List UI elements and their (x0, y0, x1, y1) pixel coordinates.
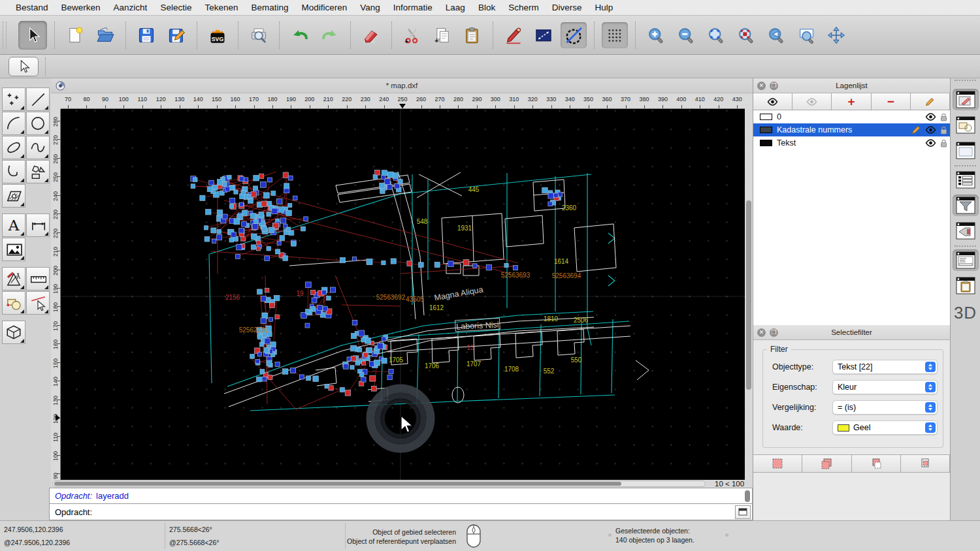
draft-tools-button[interactable] (2, 267, 25, 291)
list-panel-toggle-button[interactable] (953, 169, 979, 191)
filter-field-select-3[interactable]: Geel (832, 420, 938, 435)
horizontal-scrollbar[interactable] (52, 480, 706, 487)
command-history-scrollbar[interactable] (745, 490, 750, 502)
zoom-auto-button[interactable] (703, 22, 729, 48)
zoom-out-button[interactable] (673, 22, 699, 48)
menu-vang[interactable]: Vang (353, 3, 387, 12)
edit-pencil-icon[interactable] (911, 125, 921, 134)
widget-panel-toggle-button[interactable] (953, 220, 979, 242)
menu-tekenen[interactable]: Tekenen (198, 3, 244, 12)
layer-visible-icon[interactable] (925, 113, 936, 121)
measure-tools-button[interactable] (26, 267, 50, 291)
paste-button[interactable] (459, 22, 485, 48)
menu-modificeren[interactable]: Modificeren (295, 3, 354, 12)
polyline-tools-button[interactable] (2, 160, 25, 183)
circle-tools-button[interactable] (26, 112, 50, 135)
menu-diverse[interactable]: Diverse (546, 3, 589, 12)
modify-tools-button[interactable] (2, 291, 25, 315)
grid-toggle-button[interactable] (602, 22, 628, 48)
menu-blok[interactable]: Blok (472, 3, 502, 12)
dimension-settings-button[interactable] (531, 22, 557, 48)
shapes-panel-toggle-button[interactable] (953, 114, 979, 136)
vertical-scrollbar-thumb[interactable] (746, 200, 751, 390)
vertical-scrollbar[interactable] (745, 109, 753, 480)
layer-visible-icon[interactable] (925, 126, 936, 134)
add-layer-button[interactable]: + (832, 93, 871, 110)
undo-button[interactable] (287, 22, 313, 48)
layer-visible-icon[interactable] (925, 139, 936, 147)
save-file-as-button[interactable] (163, 22, 189, 48)
pen-panel-toggle-button[interactable] (953, 89, 979, 110)
menu-bewerken[interactable]: Bewerken (55, 3, 107, 12)
solid-3d-tools-button[interactable] (2, 321, 25, 344)
dimension-tools-button[interactable] (26, 213, 50, 237)
zoom-window-button[interactable] (793, 22, 819, 48)
pointer-tool-alt-button[interactable] (8, 57, 39, 76)
eraser-button[interactable] (358, 22, 384, 48)
print-preview-button[interactable] (246, 22, 272, 48)
menu-bestand[interactable]: Bestand (9, 3, 55, 12)
add-to-selection-button[interactable] (802, 455, 851, 472)
filter-field-select-2[interactable]: = (is) (832, 400, 938, 415)
spline-tools-button[interactable] (26, 136, 50, 159)
show-all-layers-button[interactable] (753, 93, 792, 110)
trim-tools-button[interactable] (26, 291, 50, 315)
replace-selection-button[interactable] (753, 455, 802, 472)
new-file-button[interactable] (62, 22, 88, 48)
clipboard-panel-toggle-button[interactable] (953, 275, 979, 296)
zoom-previous-button[interactable] (763, 22, 789, 48)
menu-laag[interactable]: Laag (439, 3, 472, 12)
zoom-in-button[interactable] (643, 22, 669, 48)
draw-red-pencil-button[interactable] (500, 22, 527, 48)
layer-row-tekst[interactable]: Tekst (753, 136, 950, 150)
line-tools-button[interactable] (26, 87, 50, 111)
layer-row-kadastrale-nummers[interactable]: Kadastrale nummers (753, 123, 950, 136)
menu-hulp[interactable]: Hulp (588, 3, 619, 12)
close-icon[interactable]: ✕ (757, 328, 766, 337)
detach-panel-icon[interactable]: ❐ (770, 82, 778, 90)
3d-workspace-button[interactable]: 3D (951, 303, 980, 323)
close-icon[interactable]: ✕ (757, 82, 766, 90)
dock-drag-handle[interactable] (955, 80, 976, 86)
menu-scherm[interactable]: Scherm (502, 3, 546, 12)
hide-all-layers-button[interactable] (792, 93, 832, 110)
text-tool-button[interactable]: A (2, 213, 25, 237)
subtract-from-selection-button[interactable] (852, 455, 901, 472)
layer-lock-icon[interactable] (940, 139, 947, 148)
point-tools-button[interactable] (2, 87, 25, 111)
image-tool-button[interactable] (2, 238, 25, 261)
zoom-selection-button[interactable] (733, 22, 759, 48)
arc-tools-button[interactable] (2, 112, 25, 135)
open-file-button[interactable] (92, 22, 118, 48)
layer-lock-icon[interactable] (940, 113, 947, 121)
svg-export-button[interactable]: SVG (204, 22, 231, 48)
command-options-button[interactable] (735, 505, 751, 519)
remove-layer-button[interactable]: − (872, 93, 911, 110)
command-panel-toggle-button[interactable] (953, 249, 979, 271)
filter-panel-toggle-button[interactable] (953, 195, 979, 216)
horizontal-scrollbar-thumb[interactable] (54, 482, 621, 486)
save-file-button[interactable] (133, 22, 159, 48)
pointer-tool-button[interactable] (18, 21, 47, 50)
hatch-tools-button[interactable] (2, 184, 25, 208)
filter-field-select-0[interactable]: Tekst [22] (832, 360, 938, 374)
detach-panel-icon[interactable]: ❐ (770, 328, 778, 337)
shape-tools-button[interactable] (26, 160, 50, 183)
menu-aanzicht[interactable]: Aanzicht (107, 3, 154, 12)
menu-selectie[interactable]: Selectie (154, 3, 198, 12)
copy-button[interactable]: + (429, 22, 455, 48)
blank-panel-toggle-button[interactable] (953, 140, 979, 161)
layer-lock-icon[interactable] (940, 126, 947, 134)
toolbar-drag-handle[interactable] (3, 22, 7, 49)
drawing-canvas[interactable]: Magna AliquaLaboris Nisi4452360548193116… (61, 109, 745, 480)
filter-field-select-1[interactable]: Kleur (832, 380, 938, 394)
menu-informatie[interactable]: Informatie (387, 3, 439, 12)
edit-layer-button[interactable] (911, 93, 950, 110)
redo-button[interactable] (317, 22, 343, 48)
ellipse-tools-button[interactable] (2, 136, 25, 159)
command-input[interactable] (96, 507, 735, 518)
menu-bemating[interactable]: Bemating (244, 3, 295, 12)
pan-button[interactable] (823, 22, 849, 48)
draft-mode-button[interactable] (561, 22, 587, 48)
cut-button[interactable]: + (399, 22, 425, 48)
